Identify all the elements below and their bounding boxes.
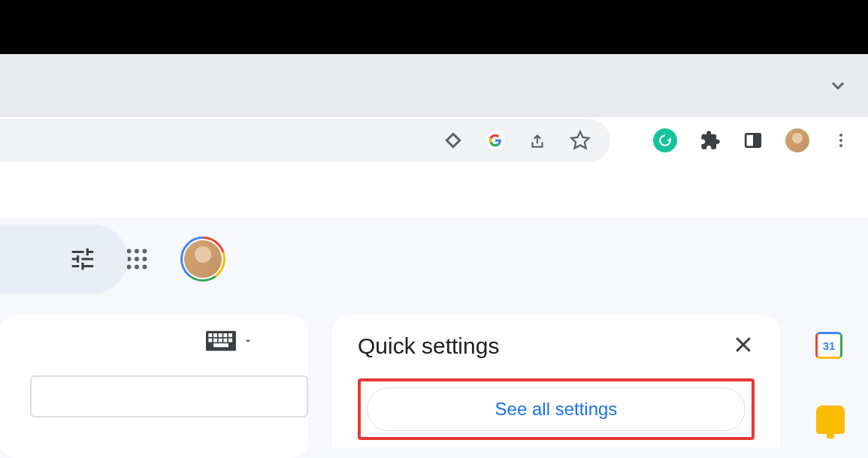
omnibox-trailing (0, 119, 610, 162)
svg-rect-18 (208, 333, 212, 337)
sidepanel-icon[interactable] (743, 131, 763, 150)
quick-settings-title: Quick settings (358, 333, 499, 359)
keyboard-icon (206, 330, 236, 351)
tune-icon[interactable] (66, 243, 99, 276)
svg-rect-2 (753, 134, 761, 146)
svg-point-12 (135, 257, 139, 261)
svg-point-9 (135, 249, 139, 254)
window-titlebar (0, 0, 868, 54)
text-input[interactable] (30, 375, 308, 417)
svg-rect-21 (223, 333, 227, 337)
svg-rect-20 (219, 333, 222, 337)
google-search-icon[interactable] (485, 131, 505, 150)
svg-point-13 (143, 257, 147, 261)
quick-settings-header: Quick settings (358, 333, 755, 359)
see-all-settings-button[interactable]: See all settings (367, 387, 746, 431)
menu-icon[interactable] (832, 131, 850, 149)
browser-actions (635, 128, 868, 152)
svg-rect-26 (223, 339, 227, 342)
svg-rect-25 (219, 339, 222, 342)
svg-rect-24 (213, 339, 217, 342)
svg-marker-0 (571, 131, 588, 148)
svg-point-3 (839, 134, 842, 137)
extensions-icon[interactable] (700, 130, 721, 151)
star-icon[interactable] (570, 130, 591, 151)
quick-settings-panel: Quick settings See all settings (332, 315, 780, 447)
close-icon[interactable] (732, 333, 755, 359)
svg-point-4 (839, 139, 842, 142)
svg-rect-28 (213, 343, 228, 347)
svg-point-16 (143, 265, 147, 270)
svg-point-15 (135, 265, 139, 270)
browser-tab-strip (0, 54, 868, 117)
keep-app-icon[interactable] (816, 405, 845, 434)
content-gap (0, 164, 868, 218)
highlight-annotation: See all settings (358, 378, 755, 440)
svg-point-5 (839, 144, 842, 147)
left-card (0, 315, 308, 458)
calendar-app-icon[interactable]: 31 (815, 332, 845, 362)
lews-icon[interactable] (443, 131, 463, 150)
svg-rect-22 (228, 333, 232, 337)
svg-point-14 (127, 265, 132, 270)
svg-point-10 (143, 249, 147, 254)
grammarly-icon[interactable] (653, 128, 677, 152)
side-rail: 31 (815, 332, 845, 434)
gmail-content: Quick settings See all settings 31 (0, 300, 868, 458)
profile-avatar[interactable] (785, 128, 809, 152)
chevron-down-icon[interactable] (827, 75, 848, 96)
gmail-header (0, 218, 868, 300)
browser-toolbar (0, 117, 868, 164)
svg-rect-27 (228, 339, 232, 342)
input-tools[interactable] (23, 330, 286, 351)
account-avatar[interactable] (180, 237, 225, 282)
dropdown-arrow-icon (242, 335, 254, 347)
svg-rect-23 (208, 339, 212, 342)
share-icon[interactable] (528, 131, 547, 150)
search-options-pill (0, 224, 128, 294)
svg-rect-19 (213, 333, 217, 337)
